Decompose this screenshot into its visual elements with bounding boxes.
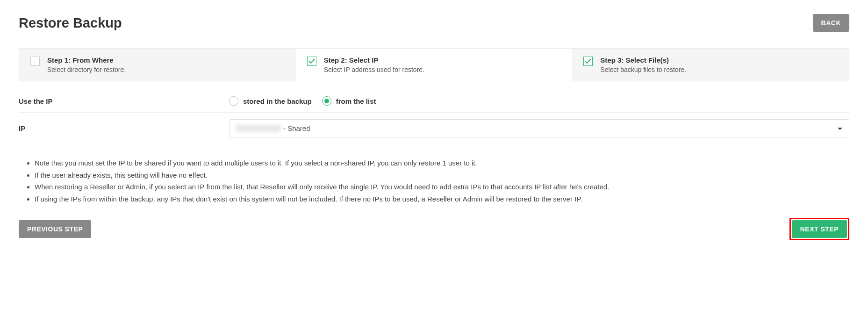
radio-stored-backup[interactable]: stored in the backup: [229, 96, 312, 106]
note-item: Note that you must set the IP to be shar…: [35, 157, 849, 169]
svg-rect-1: [307, 57, 316, 66]
step-desc: Select IP address used for restore.: [324, 66, 561, 73]
checkbox-empty-icon: [30, 57, 40, 66]
note-item: When restoring a Reseller or Admin, if y…: [35, 181, 849, 193]
radio-unselected-icon: [229, 96, 238, 106]
note-item: If using the IPs from within the backup,…: [35, 193, 849, 205]
svg-rect-0: [31, 57, 40, 66]
radio-label: stored in the backup: [243, 97, 312, 105]
ip-value-redacted: [236, 125, 280, 132]
back-button[interactable]: BACK: [813, 14, 849, 32]
step-tabs: Step 1: From Where Select directory for …: [19, 48, 849, 81]
step-2[interactable]: Step 2: Select IP Select IP address used…: [296, 49, 573, 81]
step-3[interactable]: Step 3: Select File(s) Select backup fil…: [572, 49, 849, 81]
next-step-button[interactable]: NEXT STEP: [792, 220, 847, 238]
step-title: Step 2: Select IP: [324, 56, 561, 64]
note-item: If the user already exists, this setting…: [35, 169, 849, 181]
radio-from-list[interactable]: from the list: [322, 96, 376, 106]
use-ip-label: Use the IP: [19, 97, 229, 105]
svg-rect-2: [584, 57, 593, 66]
next-step-highlight: NEXT STEP: [789, 218, 849, 240]
ip-select-suffix: - Shared: [283, 124, 310, 132]
ip-select[interactable]: - Shared: [229, 119, 849, 137]
previous-step-button[interactable]: PREVIOUS STEP: [19, 220, 91, 238]
step-title: Step 3: Select File(s): [600, 56, 838, 64]
step-desc: Select directory for restore.: [47, 66, 285, 73]
radio-selected-icon: [322, 96, 331, 106]
step-title: Step 1: From Where: [47, 56, 285, 64]
notes-list: Note that you must set the IP to be shar…: [19, 157, 849, 205]
checkbox-checked-icon: [583, 57, 593, 66]
ip-label: IP: [19, 124, 229, 132]
step-desc: Select backup files to restore.: [600, 66, 838, 73]
step-1[interactable]: Step 1: From Where Select directory for …: [19, 49, 296, 81]
checkbox-checked-icon: [307, 57, 316, 66]
page-title: Restore Backup: [19, 15, 122, 31]
radio-label: from the list: [336, 97, 376, 105]
